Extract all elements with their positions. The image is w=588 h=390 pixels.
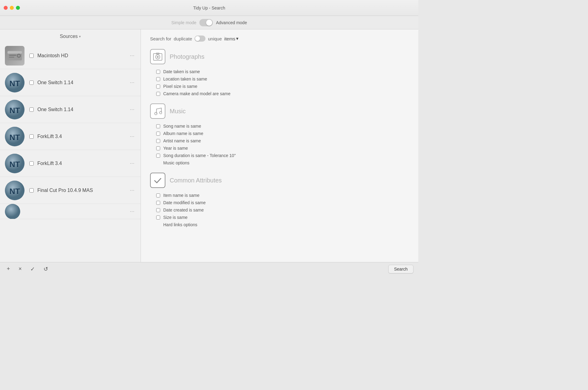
date-modified-checkbox[interactable] [156, 201, 160, 205]
items-dropdown[interactable]: items ▾ [224, 36, 239, 41]
option-row: Date taken is same [150, 68, 409, 75]
remove-button[interactable]: × [17, 264, 24, 273]
date-taken-label: Date taken is same [163, 69, 200, 74]
items-label: items [224, 36, 235, 41]
camera-make-checkbox[interactable] [156, 92, 160, 96]
pixel-size-label: Pixel size is same [163, 84, 197, 89]
song-duration-label: Song duration is same - Tolerance 10" [163, 153, 236, 158]
source-checkbox[interactable] [29, 134, 34, 139]
music-icon-box[interactable] [150, 103, 165, 119]
sources-list: Macintosh HD ··· NT [0, 42, 141, 262]
location-taken-checkbox[interactable] [156, 77, 160, 81]
option-row: Date created is same [150, 206, 409, 214]
svg-text:NT: NT [9, 159, 20, 169]
more-options-icon[interactable]: ··· [129, 159, 136, 168]
source-name: Final Cut Pro 10.4.9 MAS [37, 188, 129, 193]
option-row: Pixel size is same [150, 83, 409, 90]
svg-point-20 [157, 56, 159, 58]
year-label: Year is same [163, 146, 188, 151]
option-row: Camera make and model are same [150, 90, 409, 97]
album-name-checkbox[interactable] [156, 132, 160, 136]
location-taken-label: Location taken is same [163, 77, 207, 81]
section-header: Photographs [150, 49, 409, 64]
music-options-link[interactable]: Music options [150, 159, 409, 167]
search-button[interactable]: Search [388, 265, 413, 273]
more-options-icon[interactable]: ··· [129, 132, 136, 141]
more-options-icon[interactable]: ··· [129, 51, 136, 60]
year-checkbox[interactable] [156, 146, 160, 150]
svg-text:NT: NT [9, 186, 20, 196]
hard-links-options-link[interactable]: Hard links options [150, 221, 409, 228]
source-name: One Switch 1.14 [37, 80, 129, 85]
song-name-checkbox[interactable] [156, 124, 160, 128]
sources-header[interactable]: Sources ▾ [0, 29, 141, 42]
main-layout: Sources ▾ Macintosh HD ··· [0, 29, 418, 262]
source-checkbox[interactable] [29, 107, 34, 112]
duplicate-label: duplicate [174, 36, 192, 41]
size-label: Size is same [163, 215, 187, 220]
mode-toggle[interactable] [199, 19, 213, 26]
source-name: One Switch 1.14 [37, 107, 129, 112]
list-item: NT ForkLift 3.4 ··· [0, 150, 141, 177]
svg-text:NT: NT [9, 79, 20, 88]
titlebar: Tidy Up - Search [0, 0, 418, 16]
chevron-down-icon: ▾ [79, 35, 81, 39]
app-icon: NT [5, 181, 24, 200]
date-taken-checkbox[interactable] [156, 70, 160, 74]
unique-label: unique [208, 36, 222, 41]
app-icon: NT [5, 73, 24, 92]
modebar: Simple mode Advanced mode [0, 16, 418, 29]
source-checkbox[interactable] [29, 81, 34, 85]
svg-rect-4 [9, 54, 16, 55]
window-controls [4, 6, 20, 10]
svg-point-22 [160, 111, 162, 114]
check-button[interactable]: ✓ [28, 264, 37, 274]
list-item: Macintosh HD ··· [0, 42, 141, 69]
svg-rect-5 [9, 57, 14, 58]
source-checkbox[interactable] [29, 54, 34, 58]
option-row: Song duration is same - Tolerance 10" [150, 152, 409, 159]
search-for-label: Search for [150, 36, 171, 41]
section-header: Music [150, 103, 409, 119]
close-button[interactable] [4, 6, 8, 10]
pixel-size-checkbox[interactable] [156, 84, 160, 88]
minimize-button[interactable] [10, 6, 14, 10]
svg-point-16 [5, 204, 20, 219]
option-row: Year is same [150, 144, 409, 152]
duplicate-unique-toggle[interactable] [194, 36, 205, 42]
option-row: Artist name is same [150, 137, 409, 144]
option-row: Item name is same [150, 192, 409, 199]
date-created-checkbox[interactable] [156, 208, 160, 212]
photographs-title: Photographs [170, 53, 204, 60]
undo-button[interactable]: ↺ [42, 264, 50, 274]
size-checkbox[interactable] [156, 216, 160, 219]
maximize-button[interactable] [16, 6, 20, 10]
source-name: ForkLift 3.4 [37, 161, 129, 166]
more-options-icon[interactable]: ··· [129, 105, 136, 114]
list-item: NT One Switch 1.14 ··· [0, 96, 141, 123]
common-attributes-section: Common Attributes Item name is same Date… [150, 173, 409, 228]
song-duration-checkbox[interactable] [156, 154, 160, 158]
section-header: Common Attributes [150, 173, 409, 188]
chevron-down-icon: ▾ [236, 36, 239, 41]
app-icon [5, 204, 20, 219]
artist-name-checkbox[interactable] [156, 139, 160, 143]
more-options-icon[interactable]: ··· [129, 186, 136, 195]
source-checkbox[interactable] [29, 161, 34, 166]
item-name-checkbox[interactable] [156, 193, 160, 197]
camera-make-label: Camera make and model are same [163, 91, 230, 96]
more-options-icon[interactable]: ··· [129, 78, 136, 87]
svg-rect-1 [7, 51, 22, 53]
add-button[interactable]: + [5, 264, 12, 273]
common-attributes-icon-box[interactable] [150, 173, 165, 188]
item-name-label: Item name is same [163, 193, 199, 198]
list-item: ··· [0, 204, 141, 219]
song-name-label: Song name is same [163, 124, 201, 129]
more-options-icon[interactable]: ··· [129, 207, 136, 216]
right-panel: Search for duplicate unique items ▾ [141, 29, 418, 262]
source-checkbox[interactable] [29, 188, 34, 193]
photographs-icon-box[interactable] [150, 49, 165, 64]
list-item: NT One Switch 1.14 ··· [0, 69, 141, 96]
date-created-label: Date created is same [163, 208, 204, 212]
left-panel: Sources ▾ Macintosh HD ··· [0, 29, 141, 262]
